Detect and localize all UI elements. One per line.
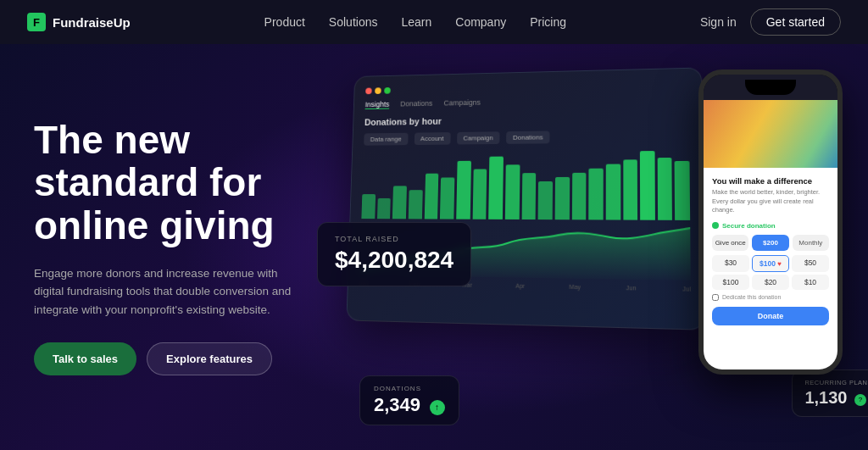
chart-bar	[424, 174, 438, 219]
min-dot	[375, 87, 381, 94]
donations-up-icon: ↑	[430, 400, 445, 415]
nav-company[interactable]: Company	[455, 15, 506, 29]
talk-to-sales-button[interactable]: Talk to sales	[34, 342, 136, 375]
recurring-icon: ?	[854, 394, 866, 406]
month-apr: Apr	[515, 283, 525, 289]
phone-dedicate-row: Dedicate this donation	[712, 294, 829, 301]
control-data-range[interactable]: Data range	[364, 133, 408, 146]
chart-bar	[472, 169, 487, 219]
hero-section: The new standard for online giving Engag…	[0, 44, 868, 450]
monthly-option[interactable]: Monthly	[793, 235, 829, 251]
month-may: May	[569, 284, 581, 290]
phone-headline: You will make a difference	[712, 176, 829, 186]
nav-learn[interactable]: Learn	[401, 15, 431, 29]
chart-bar	[588, 169, 603, 220]
nav-right: Sign in Get started	[700, 8, 841, 36]
chart-bar	[675, 161, 690, 220]
total-raised-value: $4,200,824	[335, 247, 453, 274]
get-started-button[interactable]: Get started	[750, 8, 841, 36]
explore-features-button[interactable]: Explore features	[147, 342, 272, 375]
dashboard-controls: Data range Account Campaign Donations	[364, 129, 689, 145]
total-raised-card: TOTAL RAISED $4,200,824	[317, 222, 471, 286]
close-dot	[365, 88, 372, 95]
chart-bar	[623, 159, 637, 219]
chart-bar	[488, 157, 503, 219]
chart-bar	[640, 151, 655, 220]
recurring-label: RECURRING PLANS	[804, 379, 868, 386]
month-jun: Jun	[626, 285, 637, 292]
amount-100-alt[interactable]: $100	[712, 275, 749, 290]
amount-10[interactable]: $10	[792, 275, 829, 290]
control-account[interactable]: Account	[414, 132, 450, 145]
chart-bar	[440, 177, 454, 219]
dedicate-checkbox[interactable]	[712, 294, 719, 301]
amount-20[interactable]: $20	[752, 275, 789, 290]
give-once-option[interactable]: Give once	[712, 235, 748, 251]
logo[interactable]: F FundraiseUp	[27, 13, 131, 31]
phone-image-banner	[704, 100, 837, 168]
bar-chart	[361, 151, 690, 220]
amount-50[interactable]: $50	[792, 255, 829, 272]
dashboard-section-title: Donations by hour	[364, 112, 689, 127]
nav-product[interactable]: Product	[264, 15, 305, 29]
donate-button[interactable]: Donate	[712, 307, 829, 325]
recurring-value: 1,130	[804, 388, 847, 407]
hero-subtitle: Engage more donors and increase revenue …	[34, 264, 297, 319]
hero-title: The new standard for online giving	[34, 119, 305, 247]
dedicate-label: Dedicate this donation	[722, 294, 781, 300]
phone-content: You will make a difference Make the worl…	[704, 168, 837, 369]
chart-bar	[657, 158, 672, 220]
nav-solutions[interactable]: Solutions	[329, 15, 378, 29]
dashboard-card: Insights Donations Campaigns Donations b…	[346, 67, 704, 330]
phone-amount-grid: $30 $100 ♥ $50 $100 $20 $10	[712, 255, 829, 290]
month-jul: Jul	[682, 286, 691, 292]
people-image	[704, 100, 837, 168]
amount-30[interactable]: $30	[712, 255, 749, 272]
amount-option[interactable]: $200	[752, 235, 788, 251]
phone-notch	[745, 80, 796, 95]
chart-bar	[392, 186, 407, 219]
navbar: F FundraiseUp Product Solutions Learn Co…	[0, 0, 868, 44]
chart-bar	[377, 198, 391, 219]
chart-bar	[555, 177, 570, 219]
nav-pricing[interactable]: Pricing	[530, 15, 566, 29]
control-campaign[interactable]: Campaign	[457, 131, 500, 144]
phone-top-bar	[704, 75, 837, 100]
tab-insights[interactable]: Insights	[365, 100, 390, 109]
nav-links: Product Solutions Learn Company Pricing	[264, 14, 566, 30]
amount-100-selected: $100 ♥	[752, 255, 789, 272]
logo-text: FundraiseUp	[53, 15, 131, 30]
logo-icon: F	[27, 13, 46, 31]
phone-frequency-options: Give once $200 Monthly	[712, 235, 829, 251]
recurring-card: RECURRING PLANS 1,130 ?	[792, 369, 868, 417]
chart-bar	[538, 181, 553, 219]
chart-bar	[361, 194, 375, 219]
phone-mockup: You will make a difference Make the worl…	[698, 69, 843, 375]
chart-bar	[521, 173, 536, 219]
control-donations[interactable]: Donations	[506, 131, 549, 143]
chart-bar	[409, 190, 423, 219]
chart-bar	[456, 161, 470, 219]
chart-bar	[571, 173, 586, 220]
chart-bar	[606, 164, 620, 220]
secure-dot-icon	[712, 222, 719, 229]
dashboard-tabs: Insights Donations Campaigns	[365, 94, 689, 109]
tab-donations[interactable]: Donations	[400, 99, 432, 108]
chart-bar	[505, 164, 520, 219]
donations-card: DONATIONS 2,349 ↑	[359, 375, 459, 425]
dashboard-mockup: Insights Donations Campaigns Donations b…	[300, 61, 868, 434]
window-controls	[365, 81, 689, 94]
sign-in-button[interactable]: Sign in	[700, 15, 737, 29]
phone-secure-label: Secure donation	[712, 222, 829, 230]
total-raised-label: TOTAL RAISED	[335, 235, 453, 243]
hero-text: The new standard for online giving Engag…	[0, 119, 305, 376]
donations-value: 2,349	[374, 394, 420, 415]
max-dot	[384, 87, 391, 94]
tab-campaigns[interactable]: Campaigns	[443, 98, 481, 108]
phone-subtitle: Make the world better, kinder, brighter.…	[712, 188, 829, 215]
donations-label: DONATIONS	[374, 385, 445, 392]
hero-buttons: Talk to sales Explore features	[34, 342, 305, 375]
